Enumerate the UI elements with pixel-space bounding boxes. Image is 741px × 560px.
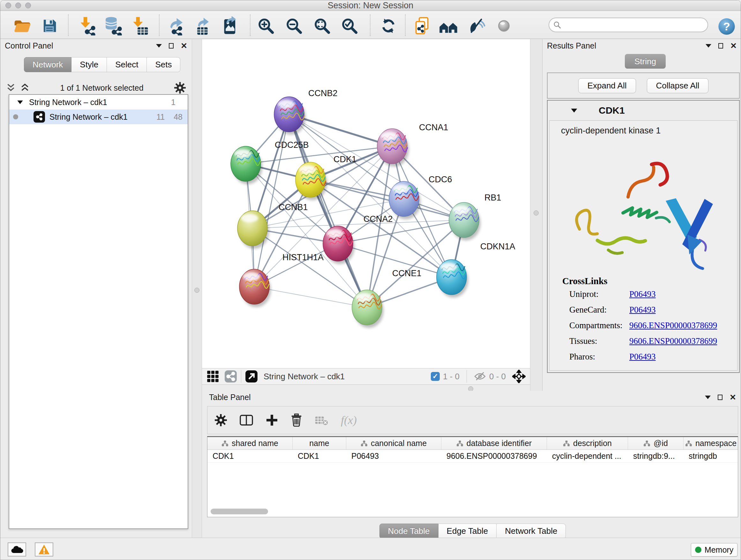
import-network-icon[interactable] — [76, 16, 97, 36]
export-network-icon[interactable] — [167, 16, 188, 36]
string-view-icon[interactable] — [224, 370, 237, 383]
network-edge[interactable] — [253, 220, 464, 228]
expand-all-icon[interactable] — [20, 83, 30, 92]
protein-structure-image — [560, 145, 726, 285]
cloud-button[interactable] — [8, 543, 26, 557]
export-table-icon[interactable] — [194, 16, 214, 36]
float-panel-icon[interactable] — [718, 43, 723, 49]
network-edge[interactable] — [338, 220, 464, 244]
grid-view-icon[interactable] — [206, 370, 219, 383]
window-controls[interactable] — [5, 3, 31, 8]
selected-nodes-checkbox[interactable]: ✓ — [431, 372, 440, 381]
zoom-fit-icon[interactable] — [312, 16, 332, 36]
network-node[interactable]: CCNE1 — [352, 268, 421, 328]
node-label: CCNB1 — [279, 202, 308, 212]
control-panel: Control Panel ✕ NetworkStyleSelectSets 1… — [0, 39, 192, 538]
network-node[interactable]: HIST1H1A — [239, 253, 324, 307]
tab-edge-table[interactable]: Edge Table — [439, 523, 497, 539]
crosslink-link[interactable]: P06493 — [629, 352, 656, 362]
gear-icon[interactable] — [174, 82, 186, 94]
refresh-icon[interactable] — [378, 16, 399, 36]
close-panel-icon[interactable]: ✕ — [730, 393, 736, 401]
float-panel-icon[interactable] — [169, 43, 174, 49]
column-header-canonical-name[interactable]: canonical name — [346, 437, 441, 449]
crosslink-link[interactable]: 9606.ENSP00000378699 — [629, 336, 717, 346]
panel-menu-icon[interactable] — [705, 44, 711, 48]
close-window-icon[interactable] — [5, 3, 11, 8]
zoom-out-icon[interactable] — [284, 16, 304, 36]
tab-string[interactable]: String — [625, 54, 666, 69]
right-splitter[interactable] — [530, 39, 542, 391]
crosslink-link[interactable]: 9606.ENSP00000378699 — [629, 320, 717, 330]
search-input[interactable] — [561, 20, 698, 29]
column-header-database-identifier[interactable]: database identifier — [441, 437, 547, 449]
table-row[interactable]: CDK1CDK1P064939606.ENSP00000378699cyclin… — [207, 450, 738, 462]
tab-style[interactable]: Style — [71, 57, 107, 72]
export-image-icon[interactable] — [220, 16, 240, 36]
show-all-icon[interactable] — [494, 16, 514, 36]
minimize-window-icon[interactable] — [15, 3, 21, 8]
memory-button[interactable]: Memory — [691, 543, 738, 557]
fit-content-icon[interactable] — [512, 370, 526, 383]
left-splitter-handle[interactable] — [194, 288, 199, 293]
collapse-all-button[interactable]: Collapse All — [647, 78, 709, 93]
network-node[interactable]: RB1 — [449, 193, 501, 240]
tree-expand-icon[interactable] — [17, 99, 23, 105]
collapse-all-icon[interactable] — [6, 83, 16, 92]
clone-network-icon[interactable] — [413, 16, 433, 36]
network-node[interactable]: CCNB2 — [274, 88, 338, 135]
first-neighbors-icon[interactable] — [438, 16, 459, 36]
crosslink-label: Uniprot: — [569, 289, 629, 299]
collapse-entry-icon[interactable] — [570, 107, 578, 113]
column-header-name[interactable]: name — [293, 437, 346, 449]
help-icon[interactable]: ? — [717, 16, 737, 37]
tab-network[interactable]: Network — [24, 57, 71, 72]
warnings-button[interactable] — [35, 543, 53, 557]
network-edge[interactable] — [254, 287, 367, 307]
column-header-@id[interactable]: @id — [628, 437, 684, 449]
add-column-icon[interactable] — [266, 414, 278, 427]
panel-menu-icon[interactable] — [705, 395, 711, 399]
import-database-icon[interactable] — [103, 16, 123, 36]
birdseye-view-icon[interactable] — [245, 370, 258, 383]
tab-sets[interactable]: Sets — [147, 57, 180, 72]
tab-network-table[interactable]: Network Table — [496, 523, 566, 539]
crosslink-link[interactable]: P06493 — [629, 305, 656, 315]
crosslink-link[interactable]: P06493 — [629, 289, 656, 299]
expand-all-button[interactable]: Expand All — [578, 78, 636, 93]
float-panel-icon[interactable] — [718, 395, 723, 400]
network-row-selected[interactable]: String Network – cdk1 11 48 — [9, 110, 188, 124]
zoom-in-icon[interactable] — [256, 16, 276, 36]
open-session-icon[interactable] — [12, 16, 32, 36]
save-session-icon[interactable] — [39, 16, 60, 36]
column-header-description[interactable]: description — [547, 437, 628, 449]
panel-menu-icon[interactable] — [156, 44, 162, 48]
column-header-namespace[interactable]: namespace — [684, 437, 738, 449]
hide-selected-icon[interactable] — [467, 16, 487, 36]
network-node[interactable]: CDKN1A — [436, 242, 515, 298]
show-columns-icon[interactable] — [239, 414, 253, 427]
tab-select[interactable]: Select — [107, 57, 147, 72]
tab-node-table[interactable]: Node Table — [380, 523, 439, 539]
node-details-header[interactable]: CDK1 — [548, 101, 739, 120]
hscrollbar-thumb[interactable] — [211, 509, 268, 514]
zoom-selected-icon[interactable] — [339, 16, 360, 36]
table-hscrollbar[interactable] — [209, 509, 735, 515]
maximize-window-icon[interactable] — [25, 3, 31, 8]
expand-collapse-box: Expand All Collapse All — [547, 72, 740, 99]
right-splitter-handle[interactable] — [534, 210, 539, 215]
svg-text:?: ? — [723, 20, 730, 33]
node-label: CDKN1A — [480, 242, 515, 251]
search-field[interactable] — [549, 17, 708, 32]
network-collection-row[interactable]: String Network – cdk1 1 — [9, 95, 188, 110]
table-cell: CDK1 — [207, 450, 293, 462]
close-panel-icon[interactable]: ✕ — [181, 42, 187, 50]
column-header-shared-name[interactable]: shared name — [207, 437, 293, 449]
network-canvas[interactable]: CCNB2CCNA1CDC25BCDK1CDC6RB1CCNB1CCNA2CDK… — [202, 39, 530, 368]
left-splitter[interactable] — [192, 39, 202, 538]
network-node[interactable]: CCNA1 — [377, 123, 448, 167]
import-table-icon[interactable] — [130, 16, 150, 36]
gear-icon[interactable] — [214, 414, 227, 427]
delete-column-icon[interactable] — [290, 414, 302, 427]
close-panel-icon[interactable]: ✕ — [730, 42, 737, 50]
